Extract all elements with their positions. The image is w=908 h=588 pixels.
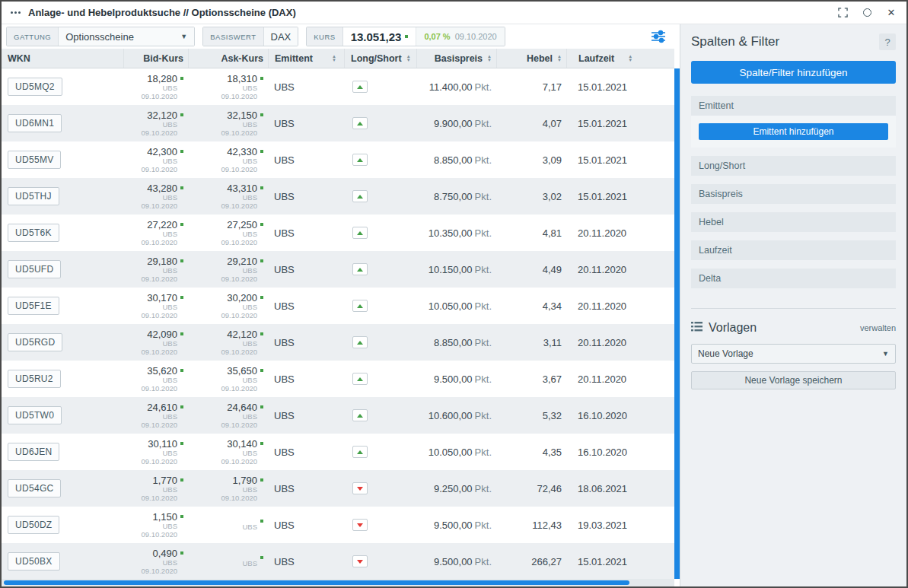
window-menu-button[interactable] xyxy=(11,11,21,14)
wkn-label[interactable]: UD50BX xyxy=(8,552,60,571)
wkn-label[interactable]: UD5T6K xyxy=(8,224,59,242)
table-row[interactable]: UD5RGD 42,090 UBS 09.10.2020 42,120 UBS … xyxy=(2,324,674,361)
table-row[interactable]: UD5RU2 35,620 UBS 09.10.2020 35,650 UBS … xyxy=(2,361,674,397)
gattung-select[interactable]: Optionsscheine ▼ xyxy=(59,27,194,46)
vertical-scrollbar-thumb[interactable] xyxy=(674,68,680,579)
sort-icon[interactable]: ▲▼ xyxy=(557,55,562,62)
table-row[interactable]: UD54GC 1,770 UBS 09.10.2020 1,790 UBS 09… xyxy=(2,470,674,507)
sort-icon[interactable]: ▲▼ xyxy=(406,55,411,62)
wkn-label[interactable]: UD6JEN xyxy=(8,443,59,461)
wkn-label[interactable]: UD5MQ2 xyxy=(8,78,62,96)
laufzeit-cell: 15.01.2021 xyxy=(566,556,674,567)
direction-arrow-icon xyxy=(357,523,363,527)
gattung-label: GATTUNG xyxy=(7,27,59,46)
sort-icon[interactable]: ▲▼ xyxy=(332,55,336,62)
table-row[interactable]: UD5MQ2 18,280 UBS 09.10.2020 18,310 UBS … xyxy=(2,68,674,105)
column-header-hebel[interactable]: Hebel ▲▼ xyxy=(496,49,566,68)
add-column-filter-button[interactable]: Spalte/Filter hinzufügen xyxy=(691,61,896,84)
basispreis-unit: Pkt. xyxy=(475,264,492,275)
wkn-label[interactable]: UD50DZ xyxy=(8,516,59,534)
column-header-bid-kurs: Bid-Kurs xyxy=(123,49,188,68)
horizontal-scrollbar-thumb[interactable] xyxy=(4,580,629,585)
wkn-cell: UD55MV xyxy=(2,151,123,169)
emittent-cell: UBS xyxy=(268,154,344,166)
basispreis-unit: Pkt. xyxy=(475,337,492,348)
table-row[interactable]: UD6MN1 32,120 UBS 09.10.2020 32,150 UBS … xyxy=(2,105,674,141)
basispreis-cell: 8.750,00Pkt. xyxy=(416,191,496,202)
filter-item-basispreis[interactable]: Basispreis xyxy=(691,184,896,204)
table-header: WKN Bid-Kurs Ask-Kurs Emittent ▲▼ Long/S… xyxy=(2,49,674,68)
add-emittent-button[interactable]: Emittent hinzufügen xyxy=(699,123,888,140)
table-row[interactable]: UD50DZ 1,150 UBS 09.10.2020 UBS UBS 9.5 xyxy=(2,507,674,543)
basiswert-value[interactable]: DAX xyxy=(264,27,298,46)
table-row[interactable]: UD5T6K 27,220 UBS 09.10.2020 27,250 UBS … xyxy=(2,215,674,251)
bid-cell: 1,770 UBS 09.10.2020 xyxy=(123,475,188,502)
horizontal-scrollbar[interactable] xyxy=(2,579,674,586)
wkn-label[interactable]: UD55MV xyxy=(8,151,61,169)
table-row[interactable]: UD5THJ 43,280 UBS 09.10.2020 43,310 UBS … xyxy=(2,178,674,215)
save-vorlage-button[interactable]: Neue Vorlage speichern xyxy=(691,371,896,389)
bid-source: UBS xyxy=(129,449,177,457)
sort-icon[interactable]: ▲▼ xyxy=(487,55,492,62)
ask-date: 09.10.2020 xyxy=(194,457,257,466)
emittent-filter-panel: Emittent hinzufügen xyxy=(691,116,896,148)
kurs-control: KURS 13.051,23 0,07 % 09.10.2020 xyxy=(306,27,505,46)
quote-dot-icon xyxy=(180,223,183,226)
table-row[interactable]: UD5F1E 30,170 UBS 09.10.2020 30,200 UBS … xyxy=(2,288,674,324)
column-header-basispreis[interactable]: Basispreis ▲▼ xyxy=(416,49,496,68)
gattung-value: Optionsscheine xyxy=(65,31,134,43)
wkn-label[interactable]: UD5THJ xyxy=(8,187,59,205)
filter-item-delta[interactable]: Delta xyxy=(691,269,896,288)
circle-icon[interactable] xyxy=(861,7,873,19)
vertical-scrollbar[interactable] xyxy=(674,68,680,579)
ask-cell: 30,140 UBS 09.10.2020 xyxy=(188,439,268,466)
quote-dot-icon xyxy=(260,332,263,335)
column-header-long-short[interactable]: Long/Short ▲▼ xyxy=(344,49,416,68)
ask-cell: 42,330 UBS 09.10.2020 xyxy=(188,147,268,173)
basiswert-control: BASISWERT DAX xyxy=(202,27,298,46)
bid-source: UBS xyxy=(129,120,177,129)
wkn-label[interactable]: UD6MN1 xyxy=(8,114,62,132)
column-settings-button[interactable] xyxy=(648,27,668,46)
filter-item-laufzeit[interactable]: Laufzeit xyxy=(691,240,896,260)
ask-price: 35,650 xyxy=(227,366,257,376)
direction-arrow-icon xyxy=(357,487,363,491)
direction-cell xyxy=(344,154,416,166)
wkn-label[interactable]: UD5UFD xyxy=(8,260,61,278)
column-header-laufzeit[interactable]: Laufzeit ▲▼ xyxy=(566,49,674,68)
table-row[interactable]: UD50BX 0,490 UBS 09.10.2020 UBS UBS 9.5 xyxy=(2,543,674,579)
close-icon[interactable]: ✕ xyxy=(885,7,897,19)
help-button[interactable]: ? xyxy=(879,33,896,50)
hebel-cell: 4,35 xyxy=(496,447,566,458)
bid-date: 09.10.2020 xyxy=(129,421,177,429)
ask-price: 27,250 xyxy=(227,220,257,230)
sort-icon[interactable]: ▲▼ xyxy=(628,55,632,62)
filter-item-emittent[interactable]: Emittent xyxy=(691,96,896,116)
basispreis-unit: Pkt. xyxy=(475,556,492,567)
vorlage-select[interactable]: Neue Vorlage ▼ xyxy=(691,344,896,364)
emittent-cell: UBS xyxy=(268,483,344,494)
direction-cell xyxy=(344,227,416,239)
vorlagen-manage-link[interactable]: verwalten xyxy=(860,323,896,332)
filter-item-hebel[interactable]: Hebel xyxy=(691,212,896,232)
wkn-label[interactable]: UD5RGD xyxy=(8,333,62,351)
fullscreen-icon[interactable] xyxy=(836,7,849,19)
wkn-label[interactable]: UD54GC xyxy=(8,479,61,497)
direction-indicator xyxy=(352,446,368,458)
ask-cell: 1,790 UBS 09.10.2020 xyxy=(188,475,268,502)
table-row[interactable]: UD55MV 42,300 UBS 09.10.2020 42,330 UBS … xyxy=(2,141,674,178)
ask-cell: 43,310 UBS 09.10.2020 xyxy=(188,183,268,210)
bid-price: 0,490 xyxy=(152,548,177,558)
wkn-label[interactable]: UD5TW0 xyxy=(8,406,62,424)
wkn-label[interactable]: UD5RU2 xyxy=(8,370,61,388)
table-row[interactable]: UD5TW0 24,610 UBS 09.10.2020 24,640 UBS … xyxy=(2,397,674,434)
ask-cell: 27,250 UBS 09.10.2020 xyxy=(188,220,268,246)
table-row[interactable]: UD6JEN 30,110 UBS 09.10.2020 30,140 UBS … xyxy=(2,434,674,470)
quote-dot-icon xyxy=(260,556,263,559)
wkn-label[interactable]: UD5F1E xyxy=(8,297,59,315)
table-row[interactable]: UD5UFD 29,180 UBS 09.10.2020 29,210 UBS … xyxy=(2,251,674,288)
direction-arrow-icon xyxy=(357,414,363,418)
filter-item-long-short[interactable]: Long/Short xyxy=(691,156,896,176)
column-header-emittent[interactable]: Emittent ▲▼ xyxy=(268,49,344,68)
emittent-cell: UBS xyxy=(268,81,344,93)
